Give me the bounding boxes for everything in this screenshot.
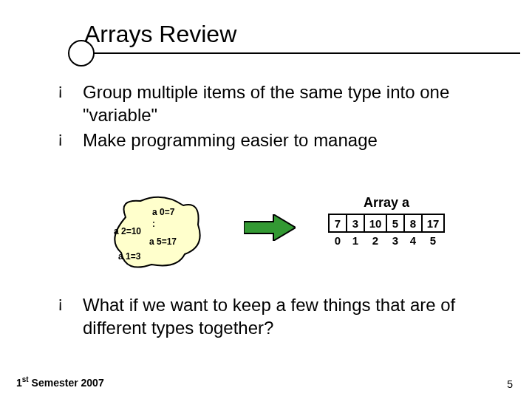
array-cell: 8	[403, 214, 423, 233]
array-index: 0	[328, 234, 347, 247]
array-index: 1	[346, 234, 365, 247]
array-cell: 5	[386, 214, 405, 233]
array-cell: 7	[328, 214, 347, 233]
blob-var: a 2=10	[114, 226, 141, 236]
footer-num: 1	[16, 377, 22, 389]
array-index-row: 0 1 2 3 4 5	[328, 234, 445, 247]
page-number: 5	[507, 378, 513, 390]
blob-var: :	[152, 219, 155, 229]
bullet-item: What if we want to keep a few things tha…	[53, 294, 502, 339]
array-cell: 17	[421, 214, 445, 233]
array-index: 2	[364, 234, 387, 247]
title-bullet-circle	[68, 40, 95, 66]
array-cell: 3	[346, 214, 365, 233]
bullet-text: Make programming easier to manage	[83, 130, 378, 150]
slide-title-block: Arrays Review	[84, 21, 488, 54]
svg-marker-0	[244, 214, 296, 241]
bullet-text: Group multiple items of the same type in…	[83, 82, 449, 125]
title-rule	[84, 52, 520, 54]
blob-var: a 0=7	[152, 207, 174, 217]
variable-blob: a 0=7 : a 2=10 a 5=17 a 1=3	[111, 195, 207, 272]
blob-var: a 5=17	[149, 236, 177, 247]
array-title: Array a	[328, 195, 445, 211]
bullet-list: Group multiple items of the same type in…	[53, 81, 502, 155]
blob-var: a 1=3	[118, 251, 140, 262]
array-index: 3	[386, 234, 405, 247]
bullet-item: Make programming easier to manage	[53, 129, 502, 152]
array-index: 4	[403, 234, 423, 247]
array-diagram: Array a 7 3 10 5 8 17 0 1 2 3 4 5	[328, 195, 445, 247]
slide-title: Arrays Review	[84, 21, 488, 48]
bullet-text: What if we want to keep a few things tha…	[83, 295, 455, 338]
footer-ordinal: st	[22, 375, 29, 383]
array-index: 5	[421, 234, 445, 247]
bullet-list: What if we want to keep a few things tha…	[53, 294, 502, 342]
footer-rest: Semester 2007	[29, 377, 104, 389]
array-cells-row: 7 3 10 5 8 17	[328, 214, 445, 233]
footer-semester: 1st Semester 2007	[16, 375, 104, 389]
array-cell: 10	[364, 214, 387, 233]
bullet-item: Group multiple items of the same type in…	[53, 81, 502, 126]
arrow-icon	[244, 214, 296, 244]
